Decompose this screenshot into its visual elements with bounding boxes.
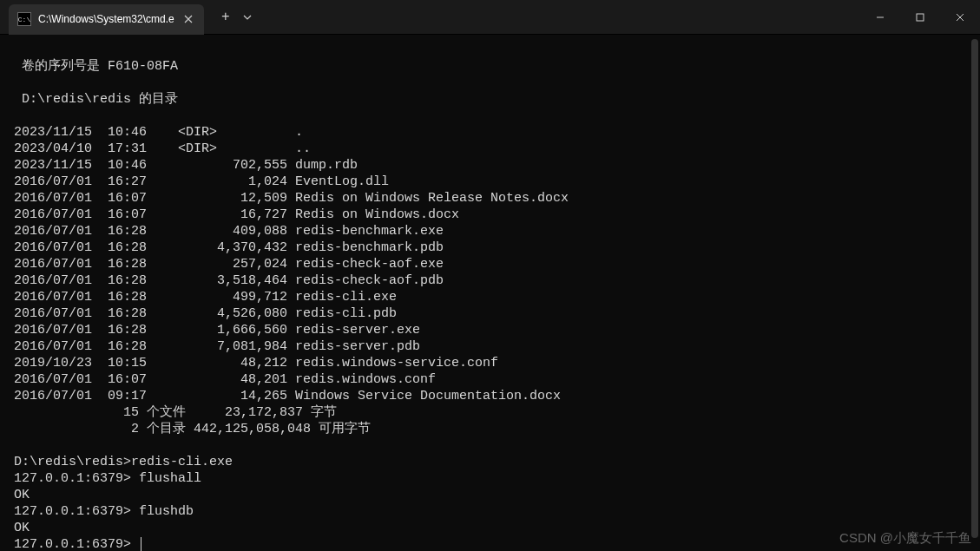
terminal-line: 2016/07/01 16:28 4,526,080 redis-cli.pdb	[14, 306, 397, 321]
svg-rect-0	[917, 14, 924, 21]
terminal-line: OK	[14, 488, 30, 502]
terminal-line: 2023/11/15 10:46 702,555 dump.rdb	[14, 158, 358, 173]
window-controls	[860, 0, 980, 35]
terminal-prompt: 127.0.0.1:6379>	[14, 537, 139, 551]
tab-title: C:\Windows\System32\cmd.e	[38, 13, 174, 25]
terminal-line: 2016/07/01 16:28 7,081,984 redis-server.…	[14, 339, 420, 354]
terminal-line: 2016/07/01 16:28 257,024 redis-check-aof…	[14, 257, 444, 272]
maximize-button[interactable]	[900, 0, 940, 35]
terminal-line: 2016/07/01 16:28 4,370,432 redis-benchma…	[14, 240, 444, 255]
minimize-button[interactable]	[860, 0, 900, 35]
terminal-line: 2016/07/01 16:28 1,666,560 redis-server.…	[14, 323, 420, 338]
terminal-line: 2016/07/01 16:07 12,509 Redis on Windows…	[14, 191, 569, 206]
cursor	[141, 537, 141, 551]
tab-dropdown-button[interactable]	[239, 4, 256, 30]
cmd-icon: C:\	[17, 12, 31, 26]
terminal-line: 2016/07/01 16:07 48,201 redis.windows.co…	[14, 372, 436, 387]
terminal-line: 2016/07/01 16:28 3,518,464 redis-check-a…	[14, 273, 444, 288]
titlebar: C:\ C:\Windows\System32\cmd.e +	[0, 0, 980, 35]
scrollbar[interactable]	[971, 39, 978, 538]
terminal-line: D:\redis\redis>redis-cli.exe	[14, 455, 233, 469]
terminal-line: 2016/07/01 16:07 16,727 Redis on Windows…	[14, 207, 459, 222]
terminal-output[interactable]: 卷的序列号是 F610-08FA D:\redis\redis 的目录 2023…	[0, 35, 980, 551]
terminal-line: 2016/07/01 16:28 409,088 redis-benchmark…	[14, 224, 444, 239]
terminal-line: OK	[14, 521, 30, 535]
close-icon[interactable]	[181, 12, 195, 26]
terminal-line: 2016/07/01 16:28 499,712 redis-cli.exe	[14, 290, 397, 305]
terminal-line: 2016/07/01 16:27 1,024 EventLog.dll	[14, 174, 389, 189]
tab-active[interactable]: C:\ C:\Windows\System32\cmd.e	[9, 4, 204, 35]
terminal-line: 2016/07/01 09:17 14,265 Windows Service …	[14, 389, 561, 403]
terminal-line: 2019/10/23 10:15 48,212 redis.windows-se…	[14, 356, 498, 371]
watermark: CSDN @小魔女千千鱼	[839, 530, 971, 547]
terminal-line: 15 个文件 23,172,837 字节	[14, 405, 337, 420]
new-tab-button[interactable]: +	[213, 4, 239, 30]
terminal-line: 127.0.0.1:6379> flushall	[14, 471, 201, 486]
terminal-line: 2023/11/15 10:46 <DIR> .	[14, 125, 303, 140]
terminal-line: 127.0.0.1:6379> flushdb	[14, 504, 194, 519]
terminal-line: 2 个目录 442,125,058,048 可用字节	[14, 422, 371, 436]
terminal-line: 2023/04/10 17:31 <DIR> ..	[14, 141, 311, 156]
close-button[interactable]	[940, 0, 980, 35]
terminal-line: 卷的序列号是 F610-08FA	[14, 59, 178, 74]
terminal-line: D:\redis\redis 的目录	[14, 92, 178, 107]
